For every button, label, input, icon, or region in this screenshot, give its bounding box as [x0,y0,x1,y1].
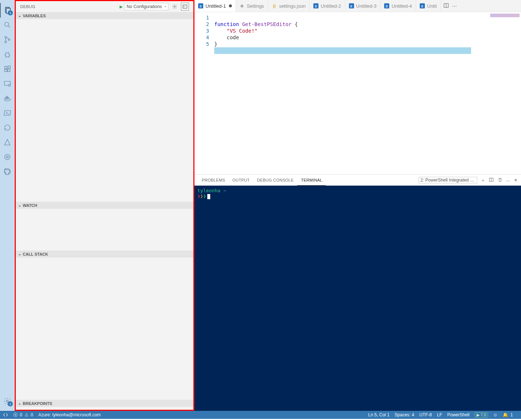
json-file-icon: {} [272,3,277,8]
powershell-file-icon: ≥ [198,3,203,8]
powershell-file-icon: ≥ [420,3,425,8]
panel-tab-problems[interactable]: PROBLEMS [198,175,229,186]
tab-settings-json[interactable]: {} settings.json [268,0,310,12]
svg-rect-23 [183,5,187,8]
activity-misc[interactable] [0,150,15,164]
activity-debug[interactable] [0,47,15,62]
kill-terminal-icon[interactable] [498,177,503,183]
svg-point-18 [5,154,10,160]
status-feedback-icon[interactable]: ☺ [493,412,498,417]
status-spaces[interactable]: Spaces: 4 [395,412,414,417]
editor-area: ≥ Untitled-1 ⚙ Settings {} settings.json… [194,0,521,411]
sidebar-title: DEBUG [20,4,120,9]
code-content[interactable]: function Get-BestPSEditor { "VS Code!" c… [213,12,471,174]
maximize-panel-icon[interactable]: ︿ [506,178,510,183]
editor-body[interactable]: 1 2 3 4 5 function Get-BestPSEditor { "V… [194,12,521,174]
split-terminal-icon[interactable] [489,177,494,183]
sidebar-header: DEBUG ▶ No Configurations [16,1,193,12]
debug-config-select[interactable]: No Configurations [124,3,168,10]
svg-rect-9 [5,69,7,72]
svg-rect-17 [6,96,8,98]
tab-settings[interactable]: ⚙ Settings [236,0,268,12]
activity-azure[interactable] [0,135,15,150]
activity-search[interactable] [0,18,15,32]
status-language[interactable]: PowerShell [447,412,470,417]
dirty-indicator [229,4,232,7]
svg-point-4 [5,36,7,38]
panel-tabs: PROBLEMS OUTPUT DEBUG CONSOLE TERMINAL 2… [194,175,521,186]
debug-sidebar: DEBUG ▶ No Configurations ⌄VARIABLES [15,0,194,411]
powershell-file-icon: ≥ [384,3,389,8]
svg-point-2 [5,22,9,26]
tab-untitled-overflow[interactable]: ≥ Untit [416,0,441,12]
status-ps-version[interactable]: ▶ 7.0 [475,412,488,418]
panel-tab-output[interactable]: OUTPUT [229,175,254,186]
tab-untitled-4[interactable]: ≥ Untitled-4 [380,0,416,12]
status-remote[interactable] [3,412,8,417]
activity-powershell[interactable] [0,106,15,120]
svg-point-7 [6,53,10,57]
split-editor-icon[interactable] [443,3,449,10]
status-notifications[interactable]: 🔔 1 [503,412,513,417]
section-variables[interactable]: ⌄VARIABLES [16,12,193,19]
activity-source-control[interactable] [0,32,15,47]
terminal[interactable]: tyleonha ~ ❯❯❯ [194,186,521,411]
tab-bar: ≥ Untitled-1 ⚙ Settings {} settings.json… [194,0,521,12]
svg-point-13 [8,84,11,87]
tab-untitled-1[interactable]: ≥ Untitled-1 [194,0,236,12]
section-watch[interactable]: ⌄WATCH [16,202,193,209]
settings-file-icon: ⚙ [240,3,245,8]
minimap[interactable] [490,14,520,17]
svg-point-19 [6,156,8,158]
activity-extensions[interactable] [0,62,15,76]
svg-point-22 [174,6,175,7]
more-actions-icon[interactable]: ⋯ [452,3,457,9]
activity-docker[interactable] [0,91,15,106]
panel-tab-terminal[interactable]: TERMINAL [297,175,326,186]
activity-explorer[interactable]: 1 [0,3,15,18]
run-icon[interactable]: ▶ [120,4,123,9]
svg-rect-8 [5,66,7,69]
tab-untitled-2[interactable]: ≥ Untitled-2 [310,0,345,12]
activity-bar: 1 [0,0,15,411]
activity-github[interactable] [0,164,15,179]
configure-gear-icon[interactable] [171,3,179,11]
debug-console-icon[interactable] [181,3,189,11]
activity-refresh[interactable] [0,120,15,135]
svg-line-3 [8,26,10,28]
terminal-cursor [207,194,210,199]
tab-actions: ⋯ [441,0,459,12]
terminal-selector[interactable]: 2: PowerShell Integrated Con [419,177,477,183]
status-cursor[interactable]: Ln 5, Col 1 [368,412,390,417]
settings-badge: 1 [8,401,13,406]
explorer-badge: 1 [8,10,13,15]
selection-highlight [214,47,471,54]
powershell-file-icon: ≥ [349,3,354,8]
status-eol[interactable]: LF [437,412,442,417]
powershell-file-icon: ≥ [313,3,318,8]
status-errors[interactable]: ⓧ0 ⚠0 [13,412,33,418]
line-gutter: 1 2 3 4 5 [194,12,213,174]
panel-tab-debug-console[interactable]: DEBUG CONSOLE [254,175,298,186]
svg-point-5 [5,41,7,43]
status-bar: ⓧ0 ⚠0 Azure: tyleonha@microsoft.com Ln 5… [0,411,521,419]
activity-settings[interactable]: 1 [0,394,15,409]
svg-rect-10 [8,69,10,72]
new-terminal-icon[interactable]: ＋ [481,178,485,183]
tab-untitled-3[interactable]: ≥ Untitled-3 [345,0,381,12]
status-encoding[interactable]: UTF-8 [419,412,432,417]
status-azure[interactable]: Azure: tyleonha@microsoft.com [38,412,101,417]
panel: PROBLEMS OUTPUT DEBUG CONSOLE TERMINAL 2… [194,174,521,411]
activity-remote[interactable] [0,76,15,91]
svg-rect-11 [8,66,10,68]
close-panel-icon[interactable]: ✕ [514,178,517,183]
section-breakpoints[interactable]: ⌄BREAKPOINTS [16,400,193,407]
section-callstack[interactable]: ⌄CALL STACK [16,251,193,258]
